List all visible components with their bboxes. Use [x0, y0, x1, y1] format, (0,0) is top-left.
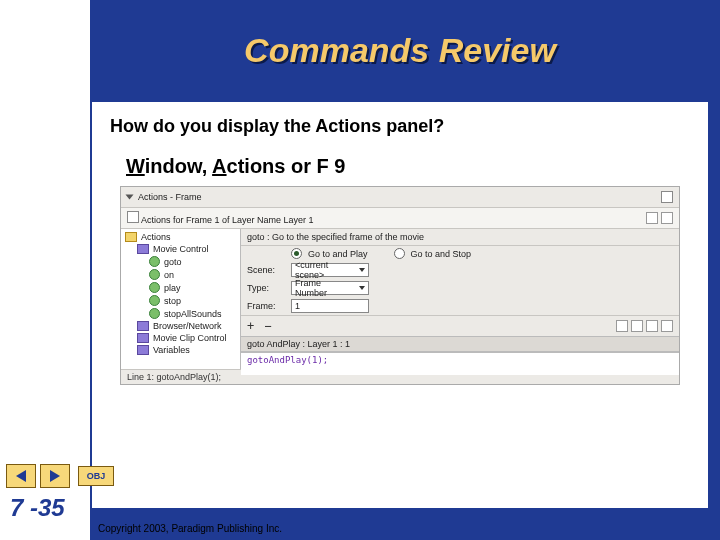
tree-item-label: goto [164, 257, 182, 267]
panel-menu-icon[interactable] [661, 191, 673, 203]
frame-input[interactable]: 1 [291, 299, 369, 313]
next-slide-button[interactable] [40, 464, 70, 488]
tree-item[interactable]: stop [123, 294, 238, 307]
action-icon [149, 256, 160, 267]
content-area: How do you display the Actions panel? Wi… [90, 100, 710, 510]
panel-titlebar[interactable]: Actions - Frame [121, 187, 679, 208]
auto-icon[interactable] [661, 320, 673, 332]
script-toolbar: + − [241, 315, 679, 336]
replace-icon[interactable] [631, 320, 643, 332]
scene-value: <current scene> [295, 260, 355, 280]
slide: Commands Review How do you display the A… [0, 0, 720, 540]
question-text: How do you display the Actions panel? [110, 116, 694, 137]
scene-row: Scene: <current scene> [241, 261, 679, 279]
tree-group-label: Variables [153, 345, 190, 355]
scene-label: Scene: [247, 265, 285, 275]
radio-goto-play[interactable] [291, 248, 302, 259]
tree-group-label: Movie Control [153, 244, 209, 254]
page-number: 7 -35 [10, 494, 65, 522]
action-icon [149, 308, 160, 319]
frame-label: Frame: [247, 301, 285, 311]
tree-root[interactable]: Actions [123, 231, 238, 243]
answer-text: Window, Actions or F 9 [126, 155, 694, 178]
actions-tree[interactable]: Actions Movie Control goto on play stop … [121, 229, 241, 369]
panel-sub-tools [646, 212, 673, 224]
options-icon[interactable] [661, 212, 673, 224]
answer-actions-rest: ctions or F 9 [227, 155, 346, 177]
action-icon [149, 282, 160, 293]
frame-row: Frame: 1 [241, 297, 679, 315]
script-tool-icons [616, 320, 673, 332]
scene-select[interactable]: <current scene> [291, 263, 369, 277]
add-action-button[interactable]: + [247, 319, 254, 333]
copyright-text: Copyright 2003, Paradigm Publishing Inc. [98, 523, 282, 534]
tree-item-label: stop [164, 296, 181, 306]
tree-group[interactable]: Variables [123, 344, 238, 356]
prev-slide-button[interactable] [6, 464, 36, 488]
radio-play-label: Go to and Play [308, 249, 368, 259]
tree-item-label: stopAllSounds [164, 309, 222, 319]
collapse-icon[interactable] [126, 195, 134, 200]
obj-label: OBJ [87, 471, 106, 481]
script-icon [127, 211, 139, 223]
tree-group[interactable]: Movie Clip Control [123, 332, 238, 344]
panel-sub-label: Actions for Frame 1 of Layer Name Layer … [141, 215, 314, 225]
slide-title: Commands Review [244, 31, 556, 70]
tree-item[interactable]: goto [123, 255, 238, 268]
folder-icon [125, 232, 137, 242]
type-select[interactable]: Frame Number [291, 281, 369, 295]
radio-row: Go to and Play Go to and Stop [241, 246, 679, 261]
tree-root-label: Actions [141, 232, 171, 242]
type-value: Frame Number [295, 278, 355, 298]
type-row: Type: Frame Number [241, 279, 679, 297]
tree-group-label: Browser/Network [153, 321, 222, 331]
tree-item-label: play [164, 283, 181, 293]
tree-group[interactable]: Movie Control [123, 243, 238, 255]
radio-goto-stop[interactable] [394, 248, 405, 259]
arrow-left-icon [16, 470, 26, 482]
tree-item[interactable]: play [123, 281, 238, 294]
panel-tab-label: Actions - Frame [138, 192, 202, 202]
panel-body: Actions Movie Control goto on play stop … [121, 229, 679, 369]
arrow-right-icon [50, 470, 60, 482]
objectives-button[interactable]: OBJ [78, 466, 114, 486]
answer-window-u: W [126, 155, 145, 177]
action-icon [149, 269, 160, 280]
answer-actions-u: A [212, 155, 226, 177]
book-icon [137, 244, 149, 254]
frame-value: 1 [295, 301, 300, 311]
actions-panel: Actions - Frame Actions for Frame 1 of L… [120, 186, 680, 385]
find-icon[interactable] [616, 320, 628, 332]
tree-item[interactable]: stopAllSounds [123, 307, 238, 320]
book-icon [137, 321, 149, 331]
book-icon [137, 345, 149, 355]
action-description: goto : Go to the specified frame of the … [241, 229, 679, 246]
book-icon [137, 333, 149, 343]
code-header: goto AndPlay : Layer 1 : 1 [241, 336, 679, 352]
panel-subheader: Actions for Frame 1 of Layer Name Layer … [121, 208, 679, 229]
type-label: Type: [247, 283, 285, 293]
tree-group-label: Movie Clip Control [153, 333, 227, 343]
radio-stop-label: Go to and Stop [411, 249, 472, 259]
parameters-pane: goto : Go to the specified frame of the … [241, 229, 679, 369]
action-icon [149, 295, 160, 306]
pin-icon[interactable] [646, 212, 658, 224]
tree-group[interactable]: Browser/Network [123, 320, 238, 332]
tree-item-label: on [164, 270, 174, 280]
answer-window-rest: indow, [145, 155, 212, 177]
code-body[interactable]: gotoAndPlay(1); [241, 352, 679, 375]
sidebar [0, 0, 90, 540]
slide-nav: OBJ [6, 464, 114, 488]
title-bar: Commands Review [90, 10, 710, 90]
remove-action-button[interactable]: − [264, 319, 271, 333]
check-icon[interactable] [646, 320, 658, 332]
tree-item[interactable]: on [123, 268, 238, 281]
